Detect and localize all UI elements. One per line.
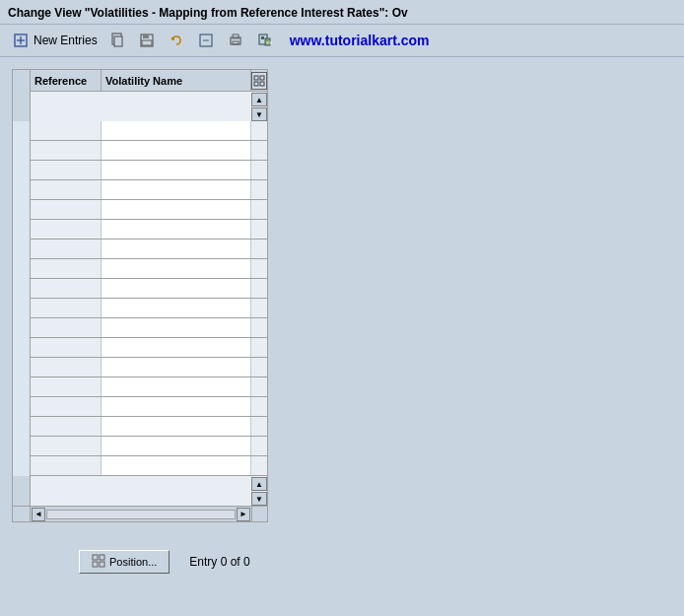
svg-rect-19 [260, 76, 264, 80]
cell-reference[interactable] [31, 318, 102, 337]
refresh-button[interactable] [193, 29, 219, 52]
new-entries-button[interactable]: New Entries [8, 29, 101, 52]
svg-rect-22 [93, 555, 98, 560]
cell-volatility[interactable] [102, 259, 251, 278]
scroll-down-bottom: ▼ [13, 492, 267, 506]
cell-volatility[interactable] [102, 358, 251, 376]
export-icon: xls [255, 31, 275, 50]
page-title: Change View "Volatilities - Mapping from… [8, 6, 408, 20]
new-entries-label: New Entries [34, 34, 98, 47]
h-scroll-left[interactable]: ◄ [32, 508, 45, 521]
table-row[interactable] [13, 141, 267, 161]
cell-volatility[interactable] [102, 456, 251, 475]
cell-volatility[interactable] [102, 161, 251, 179]
row-indicator [13, 397, 31, 417]
copy-button[interactable] [104, 29, 130, 52]
svg-rect-18 [254, 76, 258, 80]
cell-reference[interactable] [31, 437, 102, 455]
row-indicator [13, 456, 31, 476]
cell-reference[interactable] [31, 259, 102, 278]
cell-volatility[interactable] [102, 318, 251, 337]
print-button[interactable] [223, 29, 248, 52]
scroll-up-button[interactable]: ▲ [251, 93, 267, 106]
save-button[interactable] [134, 29, 160, 52]
table-wrapper: Reference Volatility Name ▲ ▼ ▲ [12, 69, 268, 522]
table-row[interactable] [13, 161, 267, 180]
cell-volatility[interactable] [102, 121, 251, 140]
row-indicator [13, 161, 31, 180]
row-indicator [13, 299, 31, 318]
position-button[interactable]: Position... [79, 550, 170, 574]
table-row[interactable] [13, 456, 267, 476]
cell-reference[interactable] [31, 299, 102, 317]
cell-volatility[interactable] [102, 397, 251, 416]
table-body [13, 121, 267, 476]
export-button[interactable]: xls [252, 29, 278, 52]
cell-reference[interactable] [31, 456, 102, 475]
scroll-down-button-top[interactable]: ▼ [251, 107, 267, 121]
table-row[interactable] [13, 437, 267, 456]
row-indicator [13, 180, 31, 200]
cell-volatility[interactable] [102, 417, 251, 436]
table-row[interactable] [13, 338, 267, 358]
h-scroll-track [46, 510, 236, 519]
cell-volatility[interactable] [102, 180, 251, 199]
cell-volatility[interactable] [102, 279, 251, 298]
cell-volatility[interactable] [102, 377, 251, 396]
position-icon [92, 554, 105, 570]
table-row[interactable] [13, 220, 267, 240]
row-indicator [13, 121, 31, 141]
position-label: Position... [109, 556, 157, 568]
row-indicator [13, 141, 31, 161]
cell-reference[interactable] [31, 240, 102, 258]
table-row[interactable] [13, 180, 267, 200]
cell-volatility[interactable] [102, 220, 251, 239]
cell-reference[interactable] [31, 141, 102, 160]
grid-icon-btn[interactable] [251, 72, 267, 90]
row-indicator [13, 437, 31, 456]
table-row[interactable] [13, 240, 267, 259]
svg-rect-24 [93, 562, 98, 567]
title-bar: Change View "Volatilities - Mapping from… [0, 0, 684, 25]
scroll-up-button-bottom[interactable]: ▲ [251, 477, 267, 491]
svg-rect-25 [100, 562, 104, 567]
scroll-up-bottom: ▲ [13, 476, 267, 492]
main-content: Reference Volatility Name ▲ ▼ ▲ [0, 57, 684, 530]
undo-button[interactable] [164, 29, 189, 52]
cell-reference[interactable] [31, 338, 102, 357]
cell-volatility[interactable] [102, 200, 251, 219]
cell-reference[interactable] [31, 220, 102, 239]
cell-volatility[interactable] [102, 437, 251, 455]
cell-volatility[interactable] [102, 141, 251, 160]
cell-volatility[interactable] [102, 338, 251, 357]
table-row[interactable] [13, 397, 267, 417]
cell-reference[interactable] [31, 417, 102, 436]
cell-volatility[interactable] [102, 299, 251, 317]
table-row[interactable] [13, 358, 267, 377]
svg-rect-6 [143, 34, 149, 38]
cell-reference[interactable] [31, 377, 102, 396]
table-row[interactable] [13, 299, 267, 318]
table-row[interactable] [13, 200, 267, 220]
cell-reference[interactable] [31, 397, 102, 416]
table-row[interactable] [13, 121, 267, 141]
table-row[interactable] [13, 259, 267, 279]
table-row[interactable] [13, 377, 267, 397]
row-indicator [13, 338, 31, 358]
bottom-bar: Position... Entry 0 of 0 [0, 550, 684, 574]
cell-reference[interactable] [31, 358, 102, 376]
table-row[interactable] [13, 417, 267, 437]
h-scroll-right[interactable]: ► [237, 508, 250, 521]
svg-rect-15 [261, 36, 264, 39]
table-row[interactable] [13, 279, 267, 299]
table-row[interactable] [13, 318, 267, 338]
row-indicator [13, 220, 31, 240]
cell-reference[interactable] [31, 180, 102, 199]
scroll-down-button-bottom[interactable]: ▼ [251, 492, 267, 506]
cell-reference[interactable] [31, 279, 102, 298]
cell-reference[interactable] [31, 161, 102, 179]
h-scrollbar: ◄ ► [13, 506, 267, 521]
cell-volatility[interactable] [102, 240, 251, 258]
cell-reference[interactable] [31, 200, 102, 219]
cell-reference[interactable] [31, 121, 102, 140]
